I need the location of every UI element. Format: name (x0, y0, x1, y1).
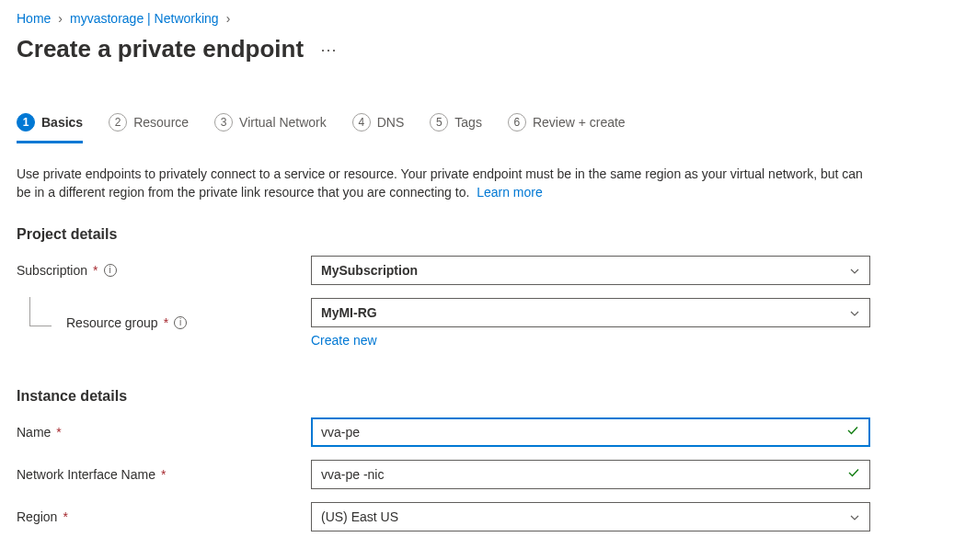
tab-label: Basics (41, 115, 83, 130)
subscription-select[interactable]: MySubscription (311, 256, 870, 285)
learn-more-link[interactable]: Learn more (477, 185, 543, 200)
create-new-link[interactable]: Create new (311, 333, 377, 348)
info-icon[interactable]: i (174, 316, 187, 329)
tab-label: Review + create (533, 115, 626, 130)
tab-tags[interactable]: 5 Tags (430, 108, 482, 143)
tab-label: Resource (133, 115, 189, 130)
tab-label: Tags (454, 115, 482, 130)
tab-label: Virtual Network (239, 115, 327, 130)
step-number: 3 (214, 113, 233, 131)
chevron-right-icon: › (58, 11, 63, 26)
chevron-down-icon (849, 307, 860, 318)
check-icon (846, 424, 859, 440)
tab-review-create[interactable]: 6 Review + create (508, 108, 626, 143)
step-number: 5 (430, 113, 448, 131)
nic-name-label: Network Interface Name * (17, 467, 311, 482)
tab-dns[interactable]: 4 DNS (352, 108, 405, 143)
step-number: 2 (109, 113, 127, 131)
nic-name-input[interactable]: vva-pe -nic (311, 460, 870, 489)
step-number: 1 (17, 113, 35, 131)
breadcrumb-home[interactable]: Home (17, 11, 51, 26)
tab-virtual-network[interactable]: 3 Virtual Network (214, 108, 327, 143)
more-icon[interactable]: ⋯ (316, 36, 340, 63)
intro-text: Use private endpoints to privately conne… (17, 165, 863, 202)
section-project-details: Project details (17, 226, 937, 243)
chevron-down-icon (849, 265, 860, 276)
check-icon (847, 466, 860, 482)
breadcrumb-resource[interactable]: myvastorage | Networking (70, 11, 219, 26)
region-label: Region * (17, 509, 311, 524)
tab-resource[interactable]: 2 Resource (109, 108, 189, 143)
resource-group-label: Resource group * i (17, 315, 311, 330)
step-number: 6 (508, 113, 526, 131)
region-select[interactable]: (US) East US (311, 502, 870, 531)
tree-connector-icon (29, 297, 52, 326)
tabs: 1 Basics 2 Resource 3 Virtual Network 4 … (17, 108, 937, 144)
step-number: 4 (352, 113, 371, 131)
section-instance-details: Instance details (17, 388, 937, 405)
subscription-label: Subscription * i (17, 263, 311, 278)
breadcrumb: Home › myvastorage | Networking › (17, 11, 937, 26)
info-icon[interactable]: i (104, 264, 117, 277)
name-label: Name * (17, 425, 311, 440)
chevron-right-icon: › (226, 11, 231, 26)
tab-label: DNS (377, 115, 405, 130)
tab-basics[interactable]: 1 Basics (17, 108, 83, 143)
resource-group-select[interactable]: MyMI-RG (311, 298, 870, 327)
name-input[interactable]: vva-pe (311, 417, 870, 447)
chevron-down-icon (849, 511, 860, 522)
page-title: Create a private endpoint (17, 35, 304, 63)
